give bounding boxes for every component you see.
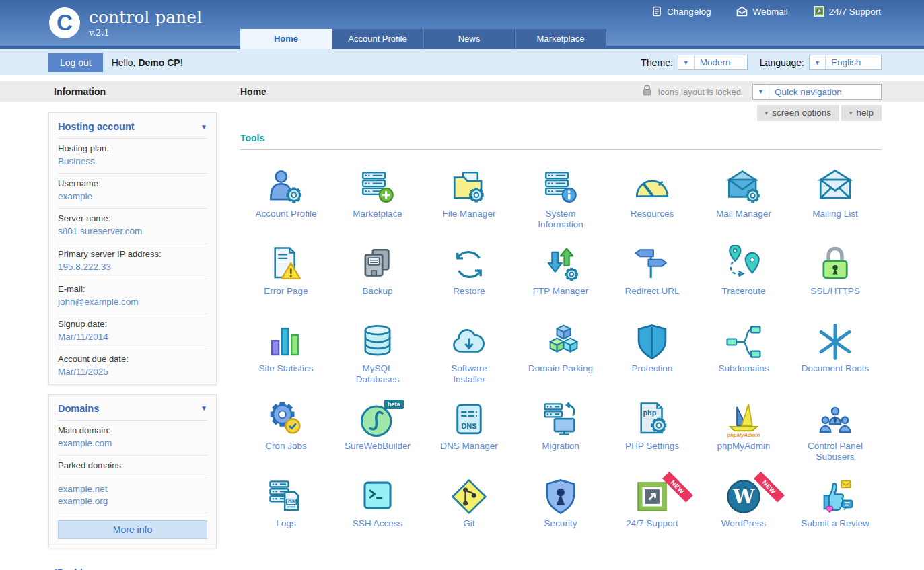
site-statistics-icon	[266, 322, 306, 361]
header-link-webmail[interactable]: Webmail	[736, 6, 787, 17]
tool-file-manager[interactable]: File Manager	[423, 168, 515, 245]
tool-label: Mail Manager	[698, 209, 789, 219]
tools-section-title: Tools	[240, 133, 882, 143]
more-info-button[interactable]: More info	[58, 520, 207, 539]
header-link-label: Webmail	[752, 7, 787, 17]
sidebar-links: IP addresses▶Resources▶	[48, 559, 217, 570]
ssl-https-icon	[816, 245, 855, 284]
tool-dns-manager[interactable]: DNSDNS Manager	[423, 400, 515, 477]
tool-label: MySQL Databases	[332, 363, 423, 386]
panel-field: example.netexample.org	[58, 478, 207, 513]
migration-icon	[541, 400, 580, 439]
main-area: ▾ screen options ▾ help Tools Account Pr…	[240, 102, 882, 555]
tool-mail-manager[interactable]: Mail Manager	[698, 168, 789, 245]
changelog-icon	[651, 6, 662, 17]
language-value: English	[826, 55, 881, 69]
tool-ssl-https[interactable]: SSL/HTTPS	[789, 245, 881, 322]
user-bar: Log out Hello, Demo CP! Theme: ▼ Modern …	[0, 49, 924, 75]
logo-title: control panel	[89, 7, 202, 28]
svg-text:DNS: DNS	[462, 422, 477, 430]
header-link-label: 24/7 Support	[829, 7, 881, 17]
tool-redirect-url[interactable]: Redirect URL	[606, 245, 698, 322]
field-label: Account due date:	[58, 354, 207, 364]
panel-header-domains[interactable]: Domains▼	[58, 395, 207, 421]
tab-account-profile[interactable]: Account Profile	[332, 29, 423, 49]
tool-control-panel-subusers[interactable]: Control Panel Subusers	[789, 400, 881, 477]
tool-resources[interactable]: Resources	[606, 168, 698, 245]
tool-migration[interactable]: Migration	[515, 400, 606, 477]
tool-mailing-list[interactable]: Mailing List	[789, 168, 881, 245]
tool-domain-parking[interactable]: Domain Parking	[515, 322, 606, 400]
tool-submit-a-review[interactable]: Submit a Review	[789, 477, 881, 555]
backup-icon	[358, 245, 397, 284]
tool-ftp-manager[interactable]: FTP Manager	[515, 245, 606, 322]
tool-label: Backup	[332, 286, 423, 297]
chevron-down-icon: ▼	[810, 55, 826, 69]
tool-phpmyadmin[interactable]: phpMyAdminphpMyAdmin	[698, 400, 789, 477]
tool-label: Subdomains	[698, 363, 789, 374]
marketplace-icon	[358, 168, 397, 207]
tool-traceroute[interactable]: Traceroute	[698, 245, 789, 322]
tool-mysql-databases[interactable]: MySQL Databases	[332, 322, 423, 400]
field-label: Parked domains:	[58, 460, 207, 470]
tool-security[interactable]: Security	[515, 477, 606, 555]
sidebar-item-ip-addresses[interactable]: IP addresses▶	[48, 559, 217, 570]
quick-navigation-select[interactable]: ▼ Quick navigation	[752, 84, 882, 100]
tool-site-statistics[interactable]: Site Statistics	[240, 322, 332, 400]
tool-system-information[interactable]: System Information	[515, 168, 606, 245]
tool-git[interactable]: Git	[423, 477, 515, 555]
header: C control panel v.2.1 ChangelogWebmail24…	[0, 0, 924, 49]
header-link-24-7-support[interactable]: 24/7 Support	[814, 6, 881, 17]
error-page-icon	[266, 245, 306, 284]
panel-field: E-mail:john@example.com	[58, 279, 207, 314]
field-label: Server name:	[58, 213, 207, 223]
language-select[interactable]: ▼ English	[809, 55, 882, 70]
resources-icon	[633, 168, 672, 207]
header-quick-links: ChangelogWebmail24/7 Support	[651, 6, 881, 17]
tool-label: SureWebBuilder	[332, 441, 423, 452]
tool-label: System Information	[515, 209, 606, 231]
logo-icon: C	[49, 7, 80, 38]
support-link-icon	[814, 6, 824, 17]
screen-options-button[interactable]: ▾ screen options	[757, 105, 839, 121]
field-label: Main domain:	[58, 425, 207, 435]
logout-button[interactable]: Log out	[48, 53, 103, 72]
language-label: Language:	[760, 57, 804, 68]
help-button[interactable]: ▾ help	[841, 105, 882, 121]
tool-24-7-support[interactable]: NEW24/7 Support	[606, 477, 698, 555]
tool-protection[interactable]: Protection	[606, 322, 698, 400]
tool-restore[interactable]: Restore	[423, 245, 515, 322]
tool-label: Submit a Review	[789, 518, 881, 529]
tool-logs[interactable]: LOGSLogs	[240, 477, 332, 555]
theme-select[interactable]: ▼ Modern	[678, 55, 748, 70]
tool-marketplace[interactable]: Marketplace	[332, 168, 423, 245]
tool-error-page[interactable]: Error Page	[240, 245, 332, 322]
tool-cron-jobs[interactable]: Cron Jobs	[240, 400, 332, 477]
chevron-down-icon: ▾	[765, 110, 769, 116]
tool-backup[interactable]: Backup	[332, 245, 423, 322]
chevron-down-icon: ▾	[849, 110, 853, 116]
field-value: example.net	[58, 483, 207, 495]
panel-field: Main domain:example.com	[58, 421, 207, 456]
panel-field: Primary server IP address:195.8.222.33	[58, 244, 207, 279]
tool-surewebbuilder[interactable]: betaSureWebBuilder	[332, 400, 423, 477]
field-value: 195.8.222.33	[58, 261, 207, 273]
tool-label: Domain Parking	[515, 363, 606, 374]
panel-header-hosting-account[interactable]: Hosting account▼	[58, 113, 207, 139]
tab-marketplace[interactable]: Marketplace	[515, 29, 606, 49]
tool-label: Redirect URL	[606, 286, 698, 297]
tool-label: Marketplace	[332, 209, 423, 219]
tool-account-profile[interactable]: Account Profile	[240, 168, 332, 245]
header-link-changelog[interactable]: Changelog	[651, 6, 711, 17]
tool-label: Error Page	[240, 286, 332, 297]
tool-php-settings[interactable]: phpPHP Settings	[606, 400, 698, 477]
tool-label: Mailing List	[789, 209, 881, 219]
tool-wordpress[interactable]: WNEWWordPress	[698, 477, 789, 555]
tool-document-roots[interactable]: Document Roots	[789, 322, 881, 400]
tab-home[interactable]: Home	[240, 29, 332, 49]
ssh-access-icon	[358, 477, 397, 516]
tool-software-installer[interactable]: Software Installer	[423, 322, 515, 400]
tool-ssh-access[interactable]: SSH Access	[332, 477, 423, 555]
tab-news[interactable]: News	[423, 29, 515, 49]
tool-subdomains[interactable]: Subdomains	[698, 322, 789, 400]
